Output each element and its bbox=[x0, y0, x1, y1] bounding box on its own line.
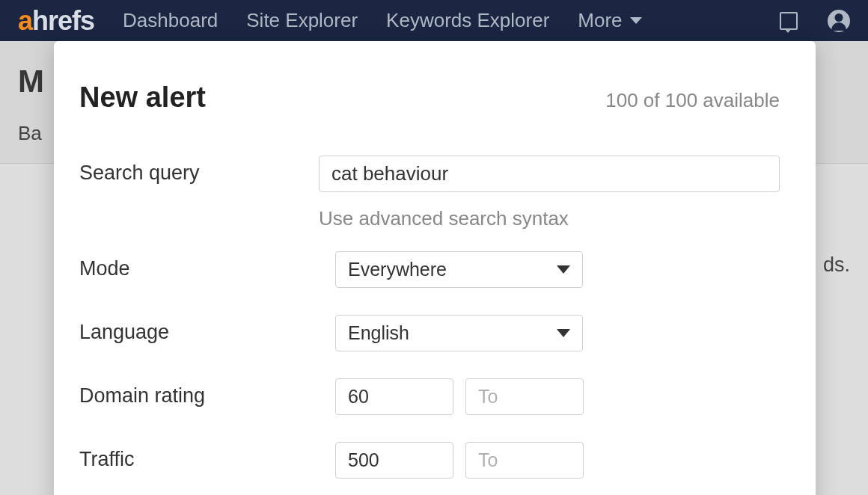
language-select-value: English bbox=[348, 322, 409, 344]
row-domain-rating: Domain rating bbox=[79, 378, 780, 415]
row-search-query: Search query Use advanced search syntax bbox=[79, 156, 780, 230]
search-query-input[interactable] bbox=[319, 156, 780, 192]
advanced-syntax-link[interactable]: Use advanced search syntax bbox=[319, 207, 780, 230]
modal-counter: 100 of 100 available bbox=[605, 89, 780, 112]
modal-title: New alert bbox=[79, 82, 206, 114]
chevron-down-icon bbox=[557, 329, 570, 337]
row-traffic: Traffic bbox=[79, 442, 780, 479]
dr-to-input[interactable] bbox=[465, 378, 584, 415]
label-search-query: Search query bbox=[79, 156, 319, 185]
nav-keywords-explorer[interactable]: Keywords Explorer bbox=[386, 9, 549, 32]
logo[interactable]: ahrefs bbox=[18, 7, 94, 34]
notification-icon[interactable] bbox=[780, 12, 798, 30]
new-alert-modal: New alert 100 of 100 available Search qu… bbox=[54, 41, 816, 495]
nav-dashboard[interactable]: Dashboard bbox=[123, 9, 218, 32]
label-mode: Mode bbox=[79, 251, 335, 280]
logo-part-hrefs: hrefs bbox=[32, 5, 94, 36]
mode-select-value: Everywhere bbox=[348, 259, 447, 280]
mode-select[interactable]: Everywhere bbox=[335, 251, 583, 288]
nav-more-label: More bbox=[578, 9, 622, 32]
nav-site-explorer[interactable]: Site Explorer bbox=[246, 9, 358, 32]
chevron-down-icon bbox=[630, 17, 642, 24]
top-navbar: ahrefs Dashboard Site Explorer Keywords … bbox=[0, 0, 868, 41]
logo-part-a: a bbox=[18, 5, 32, 36]
avatar[interactable] bbox=[828, 10, 850, 32]
label-traffic: Traffic bbox=[79, 442, 335, 471]
row-language: Language English bbox=[79, 315, 780, 351]
nav-more[interactable]: More bbox=[578, 9, 641, 32]
modal-header: New alert 100 of 100 available bbox=[79, 82, 780, 114]
label-language: Language bbox=[79, 315, 335, 344]
chevron-down-icon bbox=[557, 265, 570, 274]
dr-from-input[interactable] bbox=[335, 378, 453, 415]
traffic-from-input[interactable] bbox=[335, 442, 453, 479]
traffic-to-input[interactable] bbox=[465, 442, 584, 479]
label-domain-rating: Domain rating bbox=[79, 378, 335, 408]
nav-right bbox=[780, 10, 850, 32]
language-select[interactable]: English bbox=[335, 315, 583, 351]
row-mode: Mode Everywhere bbox=[79, 251, 780, 288]
